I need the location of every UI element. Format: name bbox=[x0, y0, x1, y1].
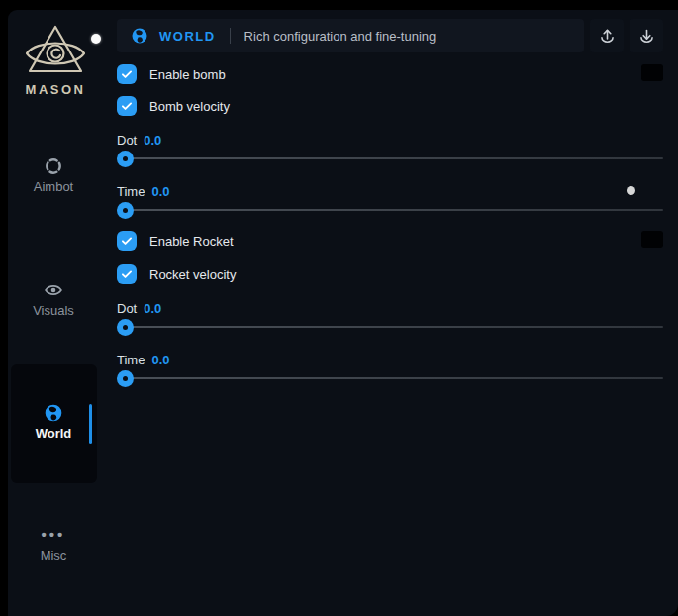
checkbox-label: Enable Rocket bbox=[149, 234, 234, 249]
rocket-dot-slider[interactable] bbox=[117, 318, 663, 336]
slider-thumb[interactable] bbox=[117, 151, 134, 167]
sidebar: MASON Aimbot Visuals bbox=[8, 10, 117, 616]
slider-value: 0.0 bbox=[144, 301, 161, 316]
slider-thumb[interactable] bbox=[117, 370, 134, 387]
upload-icon bbox=[598, 27, 617, 46]
rocket-time-label: Time 0.0 bbox=[117, 352, 663, 367]
enable-rocket-checkbox[interactable] bbox=[117, 231, 137, 251]
check-icon bbox=[120, 234, 134, 248]
page-subtitle: Rich configuration and fine-tuning bbox=[244, 29, 436, 44]
content-header: WORLD Rich configuration and fine-tuning bbox=[117, 19, 663, 52]
ellipsis-icon: ••• bbox=[8, 525, 99, 545]
tab-header: WORLD Rich configuration and fine-tuning bbox=[117, 19, 584, 52]
rocket-velocity-row: Rocket velocity bbox=[117, 264, 663, 284]
upload-config-button[interactable] bbox=[590, 19, 624, 52]
slider-track[interactable] bbox=[117, 377, 663, 379]
cursor-dot bbox=[91, 34, 101, 44]
rocket-dot-label: Dot 0.0 bbox=[117, 300, 663, 316]
slider-value: 0.0 bbox=[144, 133, 161, 148]
sidebar-item-label: World bbox=[8, 426, 99, 442]
slider-thumb[interactable] bbox=[117, 319, 134, 336]
download-config-button[interactable] bbox=[630, 19, 663, 52]
cursor-dot bbox=[627, 186, 635, 195]
globe-icon bbox=[131, 27, 148, 45]
sidebar-item-misc[interactable]: ••• Misc bbox=[8, 525, 99, 564]
page-title: WORLD bbox=[159, 29, 216, 44]
enable-bomb-checkbox[interactable] bbox=[117, 64, 137, 84]
crosshair-icon bbox=[8, 156, 99, 176]
globe-icon bbox=[8, 403, 99, 423]
eye-icon bbox=[8, 280, 99, 300]
enable-rocket-row: Enable Rocket bbox=[117, 231, 663, 251]
sidebar-item-label: Misc bbox=[8, 548, 99, 564]
check-icon bbox=[120, 67, 134, 81]
slider-name: Dot bbox=[117, 133, 137, 148]
slider-name: Dot bbox=[117, 301, 137, 316]
bomb-time-label: Time 0.0 bbox=[117, 183, 663, 199]
slider-value: 0.0 bbox=[151, 184, 169, 199]
slider-track[interactable] bbox=[117, 326, 663, 328]
bomb-dot-slider[interactable] bbox=[117, 150, 663, 167]
check-icon bbox=[120, 267, 134, 281]
brand-logo: MASON bbox=[8, 24, 103, 97]
rocket-velocity-checkbox[interactable] bbox=[117, 264, 137, 284]
bomb-dot-label: Dot 0.0 bbox=[117, 132, 663, 148]
brand-name: MASON bbox=[8, 82, 103, 97]
sidebar-item-label: Aimbot bbox=[8, 179, 99, 195]
slider-name: Time bbox=[117, 353, 145, 367]
checkbox-label: Rocket velocity bbox=[149, 267, 236, 282]
header-divider bbox=[230, 28, 231, 44]
all-seeing-eye-icon bbox=[23, 24, 88, 77]
slider-track[interactable] bbox=[117, 157, 663, 159]
content-area: WORLD Rich configuration and fine-tuning bbox=[117, 19, 663, 387]
sidebar-item-visuals[interactable]: Visuals bbox=[8, 280, 99, 319]
slider-track[interactable] bbox=[117, 209, 663, 211]
download-icon bbox=[637, 27, 656, 46]
bomb-time-slider[interactable] bbox=[117, 201, 663, 219]
bomb-velocity-row: Bomb velocity bbox=[117, 96, 663, 116]
checkbox-label: Enable bomb bbox=[149, 67, 226, 82]
slider-name: Time bbox=[117, 184, 145, 199]
check-icon bbox=[120, 99, 134, 113]
sidebar-item-world[interactable]: World bbox=[8, 403, 99, 442]
slider-thumb[interactable] bbox=[117, 202, 134, 219]
checkbox-label: Bomb velocity bbox=[149, 99, 230, 114]
enable-bomb-row: Enable bomb bbox=[117, 64, 663, 84]
app-window: MASON Aimbot Visuals bbox=[8, 10, 678, 616]
enable-rocket-keybind-button[interactable] bbox=[641, 231, 663, 248]
slider-value: 0.0 bbox=[151, 353, 169, 367]
enable-bomb-keybind-button[interactable] bbox=[641, 64, 663, 81]
sidebar-item-aimbot[interactable]: Aimbot bbox=[8, 156, 99, 195]
bomb-velocity-checkbox[interactable] bbox=[117, 96, 137, 116]
rocket-time-slider[interactable] bbox=[117, 369, 663, 387]
sidebar-item-label: Visuals bbox=[8, 303, 99, 319]
